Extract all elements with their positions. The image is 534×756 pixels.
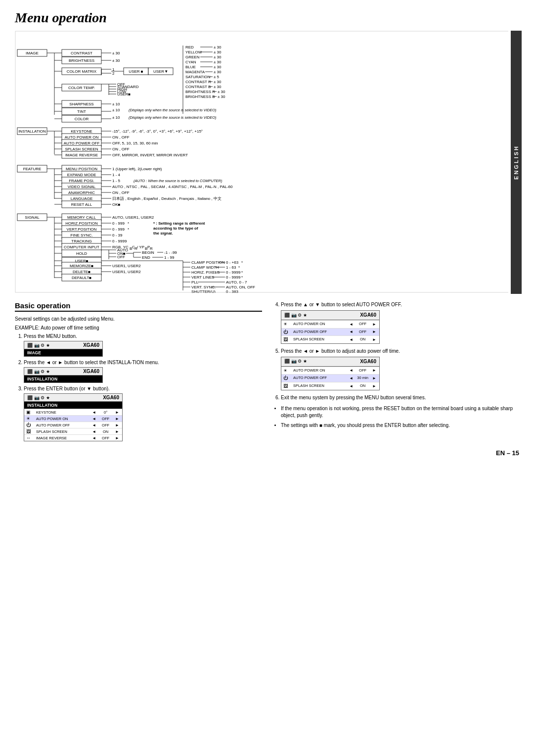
description1: Several settings can be adjusted using M… (15, 316, 262, 323)
svg-text:BRIGHTNESS B: BRIGHTNESS B (185, 94, 215, 99)
svg-text:HORIZ.POSITION: HORIZ.POSITION (65, 221, 98, 226)
svg-text:0 - 999: 0 - 999 (112, 221, 125, 226)
svg-text:BEGIN: BEGIN (142, 250, 154, 255)
svg-text:CONTRAST B: CONTRAST B (185, 85, 211, 89)
screen-1-header: ⬛ 📷 ⚙ ★ XGA60 (24, 341, 102, 349)
svg-text:AUTO , NTSC , PAL , SECAM , 4.: AUTO , NTSC , PAL , SECAM , 4.43NTSC , P… (112, 185, 233, 189)
step-5: Press the ◄ or ► button to adjust auto p… (281, 348, 519, 390)
step-4: Press the ▲ or ▼ button to select AUTO P… (281, 301, 519, 344)
screen-3-header: ⬛ 📷 ⚙ ★ XGA60 (24, 394, 122, 402)
page-title: Menu operation (15, 10, 519, 26)
svg-text:日本語 , English , Español , Deut: 日本語 , English , Español , Deutsch , Fran… (112, 196, 222, 201)
svg-text:SHARPNESS: SHARPNESS (69, 102, 93, 106)
svg-text:CONTRAST R: CONTRAST R (185, 80, 211, 84)
bottom-section: Basic operation Several settings can be … (15, 301, 519, 444)
svg-text:VERT.POSITION: VERT.POSITION (67, 227, 97, 232)
screen-3-row-5: ↔ IMAGE REVERSE ◄ OFF ► (24, 434, 122, 441)
svg-text:MEMORIZE■: MEMORIZE■ (70, 264, 93, 268)
svg-text:USER1, USER2: USER1, USER2 (112, 264, 141, 268)
screen-3-bar: INSTALLATION (24, 402, 122, 409)
screen-2-header: ⬛ 📷 ⚙ ★ XGA60 (24, 368, 102, 376)
page-number: EN – 15 (15, 449, 519, 457)
page-container: Menu operation ENGLISH .sv { font-family… (15, 10, 519, 457)
svg-text:OK■: OK■ (112, 202, 121, 207)
svg-text:-15°, -12°, -9°, -6°, -3°, 0°,: -15°, -12°, -9°, -6°, -3°, 0°, +3°, +6°,… (112, 129, 203, 134)
svg-text:*: * (241, 260, 243, 265)
svg-text:FINE SYNC.: FINE SYNC. (71, 233, 93, 237)
svg-text:0 - 39: 0 - 39 (112, 233, 123, 237)
svg-text:ANAMORPHIC: ANAMORPHIC (68, 190, 95, 195)
svg-text:1 - 99: 1 - 99 (164, 255, 175, 260)
svg-text:END: END (142, 255, 150, 260)
screen-3-row-3: ⏻ AUTO POWER OFF ◄ OFF ► (24, 422, 122, 428)
svg-text:SATURATION: SATURATION (185, 75, 211, 79)
screen-4: ⬛ 📷 ⚙ ★ XGA60 ☀ AUTO POWER ON ◄ OFF ► ⏻ (281, 310, 380, 344)
svg-text:SIGNAL: SIGNAL (25, 215, 40, 220)
svg-text:MENU POSITION: MENU POSITION (66, 167, 97, 171)
svg-text:± 30: ± 30 (218, 94, 225, 99)
svg-text:± 10: ± 10 (112, 102, 120, 106)
right-instructions: Press the ▲ or ▼ button to select AUTO P… (272, 301, 519, 444)
svg-text:*: * (241, 275, 243, 280)
basic-operation-title: Basic operation (15, 301, 262, 312)
svg-text:USER▼: USER▼ (153, 69, 168, 74)
svg-text:YELLOW: YELLOW (185, 50, 202, 54)
svg-text:TRACKING: TRACKING (71, 239, 91, 243)
screen-5: ⬛ 📷 ⚙ ★ XGA60 ☀ AUTO POWER ON ◄ OFF ► ⏻ (281, 357, 380, 390)
svg-text:COLOR MATRIX: COLOR MATRIX (67, 69, 97, 74)
svg-text:*: * (241, 270, 243, 275)
menu-tree-svg: .sv { font-family: Arial, sans-serif; fo… (15, 31, 508, 293)
keystone-icon: ▣ (26, 410, 36, 415)
svg-text:SPLASH SCREEN: SPLASH SCREEN (65, 147, 98, 151)
screen-3-row-1: ▣ KEYSTONE ◄ 0° ► (24, 409, 122, 415)
svg-text:OFF, 5, 10, 15, 30, 60 min: OFF, 5, 10, 15, 30, 60 min (112, 141, 158, 145)
svg-text:± 30: ± 30 (214, 45, 222, 49)
auto-on-icon: ☀ (26, 416, 36, 421)
screen-2-icons: ⬛ 📷 ⚙ ★ (27, 369, 50, 374)
svg-text:± 30: ± 30 (214, 80, 222, 84)
svg-text:ON , OFF: ON , OFF (112, 147, 130, 151)
svg-text:VERT. SYNC.: VERT. SYNC. (191, 285, 216, 289)
auto-off-icon: ⏻ (26, 423, 36, 427)
svg-text:*: * (238, 265, 240, 270)
screen-3-row-2: ☀ AUTO POWER ON ◄ OFF ► (24, 415, 122, 422)
svg-text:/ YP: / YP (137, 245, 144, 249)
svg-text:FRAME POSI.: FRAME POSI. (69, 179, 94, 183)
auto-off-icon3: ⏻ (283, 375, 293, 381)
auto-on-icon2: ☀ (283, 321, 293, 328)
svg-text:AUTO POWER OFF: AUTO POWER OFF (64, 141, 100, 145)
svg-text:INSTALLATION: INSTALLATION (18, 129, 46, 134)
bullet-2: The settings with ■ mark, you should pre… (281, 422, 519, 429)
svg-text:BLUE: BLUE (185, 65, 196, 69)
splash-icon: 🖼 (26, 429, 36, 434)
svg-text:0 - 9999: 0 - 9999 (112, 239, 127, 243)
svg-text:TINT: TINT (77, 109, 86, 114)
svg-text:GREEN: GREEN (185, 55, 200, 59)
svg-text:CLAMP POSITION: CLAMP POSITION (191, 260, 225, 265)
svg-text:± 30: ± 30 (214, 65, 222, 69)
svg-text:HOLD: HOLD (76, 251, 87, 256)
auto-off-icon2: ⏻ (283, 329, 293, 335)
svg-text:LANGUAGE: LANGUAGE (71, 196, 92, 201)
svg-text:0 - +63: 0 - +63 (226, 260, 239, 265)
svg-text:± 30: ± 30 (218, 90, 225, 94)
svg-text:± 10: ± 10 (112, 115, 120, 120)
svg-text:CLAMP WIDTH: CLAMP WIDTH (191, 265, 219, 270)
screen-5-row-1: ☀ AUTO POWER ON ◄ OFF ► (281, 367, 379, 375)
svg-text:IMAGE REVERSE: IMAGE REVERSE (65, 153, 98, 157)
svg-text:FEATURE: FEATURE (23, 167, 42, 171)
svg-text:EXPAND MODE: EXPAND MODE (67, 173, 96, 177)
screen-5-row-3: 🖼 SPLASH SCREEN ◄ ON ► (281, 382, 379, 390)
svg-text:1 - 5: 1 - 5 (112, 179, 121, 183)
right-steps-list: Press the ▲ or ▼ button to select AUTO P… (272, 301, 519, 401)
svg-text:DEFAULT■: DEFAULT■ (72, 276, 91, 280)
svg-text:± 5: ± 5 (214, 75, 220, 79)
svg-text:USER■: USER■ (117, 92, 131, 96)
svg-text:2: 2 (112, 71, 115, 76)
svg-text:KEYSTONE: KEYSTONE (71, 129, 92, 134)
svg-text:BRIGHTNESS R: BRIGHTNESS R (185, 90, 215, 94)
bullet-1: If the menu operation is not working, pr… (281, 405, 519, 419)
screen-4-icons: ⬛ 📷 ⚙ ★ (284, 312, 307, 319)
svg-text:AUTO POWER ON: AUTO POWER ON (65, 135, 99, 140)
svg-text:0 - 9999: 0 - 9999 (226, 270, 241, 275)
